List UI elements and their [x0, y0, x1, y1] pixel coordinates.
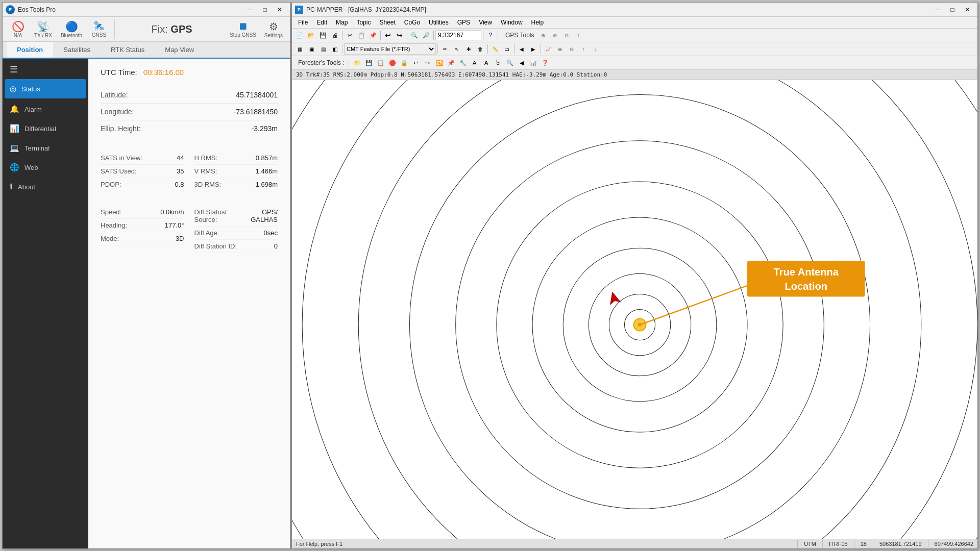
eos-maximize-btn[interactable]: □: [258, 4, 272, 15]
tb-copy[interactable]: 📋: [356, 30, 367, 41]
ft-14[interactable]: 🔍: [504, 57, 516, 68]
eos-close-btn[interactable]: ✕: [273, 4, 287, 15]
tab-map-view[interactable]: Map View: [155, 42, 204, 58]
ft-8[interactable]: 🔁: [434, 57, 445, 68]
ft-2[interactable]: 💾: [363, 57, 375, 68]
ft-6[interactable]: ↩: [410, 57, 422, 68]
tb-print[interactable]: 🖨: [329, 30, 340, 41]
tb-help[interactable]: ?: [485, 30, 496, 41]
gps-tb3[interactable]: ⊙: [561, 30, 572, 41]
tb2-delete[interactable]: 🗑: [475, 43, 486, 55]
sidebar-item-web[interactable]: 🌐 Web: [3, 158, 88, 177]
ft-7[interactable]: ↪: [422, 57, 433, 68]
tb2-gps-tools-right3[interactable]: ↑: [578, 43, 589, 55]
ft-1[interactable]: 📁: [352, 57, 363, 68]
tb-undo[interactable]: ↩: [382, 30, 394, 41]
menu-map[interactable]: Map: [332, 18, 352, 27]
tb2-gps-tools-right2[interactable]: ⊙: [566, 43, 577, 55]
concentric-circles: [292, 80, 977, 539]
tb2-select[interactable]: ↖: [451, 43, 462, 55]
tb-new[interactable]: 📄: [294, 30, 305, 41]
tb2-3[interactable]: ▤: [317, 43, 329, 55]
sidebar-hamburger[interactable]: ☰: [3, 61, 88, 78]
tb-open[interactable]: 📂: [306, 30, 317, 41]
menu-view[interactable]: View: [475, 18, 496, 27]
tab-rtk-status[interactable]: RTK Status: [101, 42, 155, 58]
gps-tb4[interactable]: ↕: [573, 30, 584, 41]
pdop-row: PDOP: 0.8: [101, 178, 184, 191]
tb-cut[interactable]: ✂: [344, 30, 355, 41]
tb2-measure[interactable]: 📏: [489, 43, 501, 55]
tab-satellites[interactable]: Satellites: [53, 42, 101, 58]
tab-position[interactable]: Position: [7, 42, 53, 59]
ft-13[interactable]: 🖱: [493, 57, 504, 68]
pcmapper-maximize-btn[interactable]: □: [945, 4, 960, 15]
tb2-back[interactable]: ◀: [516, 43, 527, 55]
pcmapper-close-btn[interactable]: ✕: [960, 4, 974, 15]
tb2-gps-tools-right1[interactable]: ⊕: [554, 43, 566, 55]
pcmapper-minimize-btn[interactable]: —: [930, 4, 945, 15]
ft-11[interactable]: A: [469, 57, 480, 68]
ft-3[interactable]: 📋: [375, 57, 386, 68]
ft-16[interactable]: 📊: [528, 57, 539, 68]
eos-minimize-btn[interactable]: —: [243, 4, 257, 15]
ft-4[interactable]: 🔴: [387, 57, 398, 68]
status-n: 5063181.721419: [879, 541, 922, 547]
toolbar-bluetooth[interactable]: 🔵 Bluetooth: [57, 19, 86, 39]
sidebar-item-terminal[interactable]: 💻 Terminal: [3, 138, 88, 158]
toolbar-txrx[interactable]: 📡 TX / RX: [31, 19, 55, 39]
coord-input[interactable]: [435, 30, 481, 40]
utc-value: 00:36:16.00: [143, 68, 184, 77]
stop-gnss-btn[interactable]: ⏹ Stop GNSS: [227, 19, 259, 39]
sidebar-item-alarm[interactable]: 🔔 Alarm: [3, 99, 88, 119]
tb2-layer[interactable]: 🗂: [501, 43, 512, 55]
gps-tb1[interactable]: ⊕: [537, 30, 549, 41]
menu-edit[interactable]: Edit: [312, 18, 331, 27]
ft-9[interactable]: 📌: [446, 57, 457, 68]
menu-gps[interactable]: GPS: [453, 18, 474, 27]
ellip-height-row: Ellip. Height: -3.293m: [101, 120, 278, 137]
menu-utilities[interactable]: Utilities: [425, 18, 453, 27]
tb-save[interactable]: 💾: [317, 30, 329, 41]
tb2-chart[interactable]: 📈: [543, 43, 554, 55]
antenna-line: [640, 284, 752, 324]
ft-15[interactable]: ◀: [516, 57, 527, 68]
ft-5[interactable]: 🔒: [399, 57, 410, 68]
tb2-4[interactable]: ◧: [329, 43, 340, 55]
tb-redo[interactable]: ↪: [394, 30, 405, 41]
tb2-gps-tools-right4[interactable]: ↓: [590, 43, 601, 55]
tb2-fwd[interactable]: ▶: [528, 43, 539, 55]
ft-17[interactable]: ❓: [540, 57, 551, 68]
menu-file[interactable]: File: [294, 18, 312, 27]
menu-sheet[interactable]: Sheet: [375, 18, 399, 27]
settings-btn[interactable]: ⚙ Settings: [261, 19, 286, 39]
sidebar-item-about[interactable]: ℹ About: [3, 177, 88, 196]
ft-10[interactable]: 🔧: [457, 57, 469, 68]
menu-help[interactable]: Help: [527, 18, 548, 27]
heading-label: Heading:: [101, 221, 127, 229]
gps-tb2[interactable]: ⊗: [549, 30, 560, 41]
feature-file-select[interactable]: CMT Feature File (*.FTR): [344, 43, 436, 55]
map-area[interactable]: True Antenna Location: [292, 80, 977, 539]
tb-zoom-out[interactable]: 🔎: [421, 30, 432, 41]
menu-cogo[interactable]: CoGo: [400, 18, 424, 27]
menu-window[interactable]: Window: [497, 18, 527, 27]
tb2-2[interactable]: ▣: [306, 43, 317, 55]
tb-zoom-in[interactable]: 🔍: [409, 30, 420, 41]
longitude-row: Longitude: -73.61881450: [101, 104, 278, 120]
status-icon: ◎: [10, 84, 16, 93]
tb2-sep3: [487, 44, 488, 54]
differential-icon: 📊: [10, 124, 19, 133]
alarm-icon: 🔔: [10, 105, 19, 114]
ft-12[interactable]: A: [481, 57, 492, 68]
tb2-1[interactable]: ▦: [294, 43, 305, 55]
tb2-move[interactable]: ✚: [463, 43, 474, 55]
tb-paste[interactable]: 📌: [368, 30, 379, 41]
menu-topic[interactable]: Topic: [352, 18, 375, 27]
sidebar-item-status[interactable]: ◎ Status: [5, 79, 86, 98]
tb2-edit[interactable]: ✏: [439, 43, 451, 55]
sidebar-item-differential[interactable]: 📊 Differential: [3, 119, 88, 138]
diff-station-row: Diff Station ID: 0: [194, 240, 278, 253]
toolbar-na[interactable]: 🚫 N/A: [7, 19, 29, 39]
toolbar-gnss[interactable]: 🛰 GNSS: [88, 19, 110, 39]
